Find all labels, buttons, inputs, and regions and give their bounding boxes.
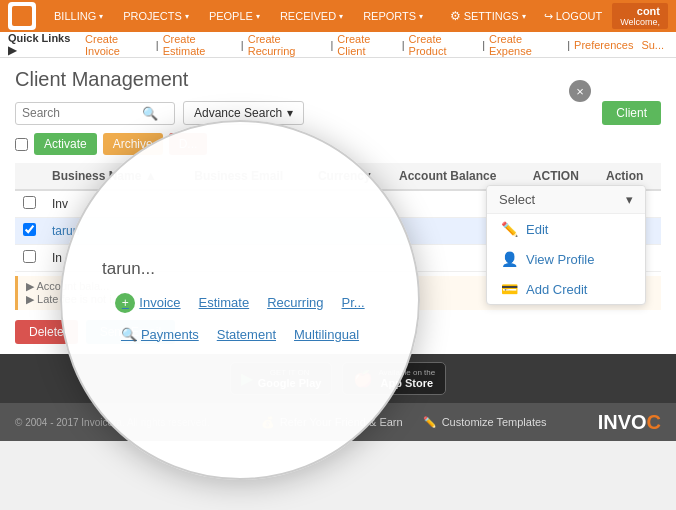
popup-statement-link[interactable]: Statement: [217, 327, 276, 342]
popup-payments-link[interactable]: 🔍 Payments: [121, 327, 199, 342]
quick-links-label: Quick Links ▶: [8, 32, 77, 57]
row-checkbox[interactable]: [23, 196, 36, 209]
advance-search-caret-icon: ▾: [287, 106, 293, 120]
ql-more[interactable]: Su...: [641, 39, 664, 51]
popup-actions-row2: 🔍 Payments Statement Multilingual: [121, 327, 359, 342]
dropdown-header[interactable]: Select ▾: [487, 186, 645, 214]
popup-recurring-link[interactable]: Recurring: [267, 293, 323, 313]
page-title: Client Management: [15, 68, 661, 91]
popup-multilingual-link[interactable]: Multilingual: [294, 327, 359, 342]
create-client-button[interactable]: Client: [602, 101, 661, 125]
invoice-plus-icon: +: [115, 293, 135, 313]
search-input-wrap: 🔍: [15, 102, 175, 125]
brand-name: INVOC: [598, 411, 661, 434]
ql-create-recurring[interactable]: Create Recurring: [248, 33, 327, 57]
ql-preferences[interactable]: Preferences: [574, 39, 633, 51]
nav-settings[interactable]: ⚙ SETTINGS ▾: [442, 5, 534, 27]
ql-create-expense[interactable]: Create Expense: [489, 33, 563, 57]
popup-actions-row1: + Invoice Estimate Recurring Pr...: [115, 293, 364, 313]
search-input[interactable]: [22, 106, 142, 120]
app-logo: [8, 2, 36, 30]
nav-reports[interactable]: REPORTS ▾: [355, 6, 431, 26]
quick-links-bar: Quick Links ▶ Create Invoice | Create Es…: [0, 32, 676, 58]
ql-create-invoice[interactable]: Create Invoice: [85, 33, 152, 57]
popup-estimate-link[interactable]: Estimate: [199, 293, 250, 313]
nav-billing[interactable]: BILLING ▾: [46, 6, 111, 26]
action-dropdown-menu: Select ▾ ✏️ Edit 👤 View Profile 💳 Add Cr…: [486, 185, 646, 305]
dropdown-caret-icon: ▾: [626, 192, 633, 207]
top-navigation: BILLING ▾ PROJECTS ▾ PEOPLE ▾ RECEIVED ▾…: [0, 0, 676, 32]
dropdown-edit-item[interactable]: ✏️ Edit: [487, 214, 645, 244]
nav-received[interactable]: RECEIVED ▾: [272, 6, 351, 26]
nav-logout[interactable]: ↪ LOGOUT: [536, 6, 610, 27]
customize-icon: ✏️: [423, 416, 437, 429]
projects-caret-icon: ▾: [185, 12, 189, 21]
billing-caret-icon: ▾: [99, 12, 103, 21]
popup-invoice-link[interactable]: + Invoice: [115, 293, 180, 313]
row-checkbox-2[interactable]: [23, 223, 36, 236]
credit-icon: 💳: [501, 281, 518, 297]
ql-create-estimate[interactable]: Create Estimate: [163, 33, 237, 57]
ql-create-client[interactable]: Create Client: [337, 33, 397, 57]
popup-username: tarun...: [92, 259, 155, 279]
popup-pr-link[interactable]: Pr...: [342, 293, 365, 313]
search-bar: 🔍 Advance Search ▾ Client: [15, 101, 661, 125]
popup-close-button[interactable]: ×: [569, 80, 591, 102]
profile-icon: 👤: [501, 251, 518, 267]
reports-caret-icon: ▾: [419, 12, 423, 21]
settings-caret-icon: ▾: [522, 12, 526, 21]
edit-icon: ✏️: [501, 221, 518, 237]
people-caret-icon: ▾: [256, 12, 260, 21]
dropdown-add-credit-item[interactable]: 💳 Add Credit: [487, 274, 645, 304]
nav-projects[interactable]: PROJECTS ▾: [115, 6, 197, 26]
dropdown-view-profile-item[interactable]: 👤 View Profile: [487, 244, 645, 274]
user-badge: cont Welcome,: [612, 3, 668, 29]
activate-button[interactable]: Activate: [34, 133, 97, 155]
payments-icon: 🔍: [121, 327, 137, 342]
col-checkbox: [15, 163, 44, 190]
customize-templates-link[interactable]: ✏️ Customize Templates: [423, 416, 547, 429]
search-icon: 🔍: [142, 106, 158, 121]
ql-create-product[interactable]: Create Product: [409, 33, 479, 57]
nav-people[interactable]: PEOPLE ▾: [201, 6, 268, 26]
select-all-checkbox[interactable]: [15, 138, 28, 151]
row-checkbox-3[interactable]: [23, 250, 36, 263]
received-caret-icon: ▾: [339, 12, 343, 21]
popup-overlay: tarun... + Invoice Estimate Recurring Pr…: [60, 120, 420, 480]
